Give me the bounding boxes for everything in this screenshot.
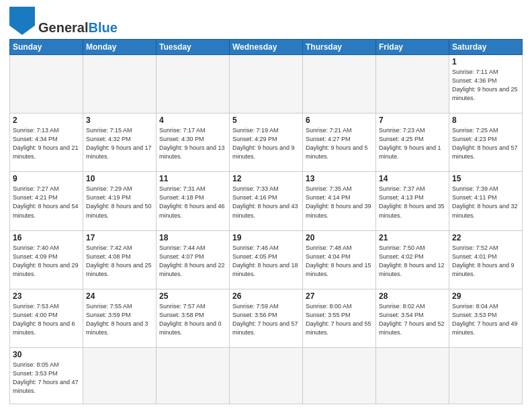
col-wednesday: Wednesday [230, 40, 303, 55]
day-number: 21 [379, 233, 446, 242]
col-friday: Friday [376, 40, 449, 55]
day-info: Sunrise: 7:15 AMSunset: 4:32 PMDaylight:… [86, 126, 153, 161]
day-number: 27 [306, 291, 373, 301]
day-number: 3 [86, 116, 153, 125]
calendar-cell [230, 55, 303, 113]
day-number: 23 [13, 291, 80, 301]
day-number: 8 [452, 116, 519, 125]
calendar-cell [83, 55, 157, 113]
calendar-table: Sunday Monday Tuesday Wednesday Thursday… [9, 39, 523, 404]
day-number: 30 [13, 350, 80, 359]
day-number: 17 [86, 233, 153, 242]
day-info: Sunrise: 7:59 AMSunset: 3:56 PMDaylight:… [232, 302, 300, 337]
day-number: 20 [306, 233, 373, 242]
calendar-cell [83, 347, 157, 404]
calendar-cell: 17 Sunrise: 7:42 AMSunset: 4:08 PMDaylig… [83, 230, 157, 289]
calendar-cell: 25 Sunrise: 7:57 AMSunset: 3:58 PMDaylig… [157, 289, 230, 347]
calendar-cell [157, 55, 230, 113]
calendar-cell [376, 347, 449, 404]
page: GeneralBlue Sunday Monday Tuesday Wednes… [0, 0, 532, 411]
day-number: 22 [452, 233, 519, 242]
day-number: 14 [379, 174, 446, 183]
calendar-cell: 16 Sunrise: 7:40 AMSunset: 4:09 PMDaylig… [10, 230, 83, 289]
calendar-cell: 3 Sunrise: 7:15 AMSunset: 4:32 PMDayligh… [83, 113, 157, 172]
day-info: Sunrise: 7:52 AMSunset: 4:01 PMDaylight:… [452, 244, 519, 279]
calendar-cell: 11 Sunrise: 7:31 AMSunset: 4:18 PMDaylig… [157, 172, 230, 230]
calendar-week-row: 23 Sunrise: 7:53 AMSunset: 4:00 PMDaylig… [10, 289, 523, 347]
calendar-cell: 7 Sunrise: 7:23 AMSunset: 4:25 PMDayligh… [376, 113, 449, 172]
calendar-cell: 6 Sunrise: 7:21 AMSunset: 4:27 PMDayligh… [303, 113, 376, 172]
day-info: Sunrise: 7:23 AMSunset: 4:25 PMDaylight:… [379, 126, 446, 161]
day-number: 13 [306, 174, 373, 183]
day-info: Sunrise: 7:42 AMSunset: 4:08 PMDaylight:… [86, 244, 153, 279]
day-info: Sunrise: 8:00 AMSunset: 3:55 PMDaylight:… [306, 302, 373, 337]
day-info: Sunrise: 7:31 AMSunset: 4:18 PMDaylight:… [159, 185, 226, 220]
day-number: 11 [159, 174, 226, 183]
day-info: Sunrise: 7:29 AMSunset: 4:19 PMDaylight:… [86, 185, 153, 220]
calendar-week-row: 9 Sunrise: 7:27 AMSunset: 4:21 PMDayligh… [10, 172, 523, 230]
day-number: 19 [232, 233, 300, 242]
calendar-cell: 30 Sunrise: 8:05 AMSunset: 3:53 PMDaylig… [10, 347, 83, 404]
calendar-week-row: 30 Sunrise: 8:05 AMSunset: 3:53 PMDaylig… [10, 347, 523, 404]
col-sunday: Sunday [10, 40, 83, 55]
day-number: 24 [86, 291, 153, 301]
day-number: 12 [232, 174, 300, 183]
day-info: Sunrise: 7:57 AMSunset: 3:58 PMDaylight:… [159, 302, 226, 337]
calendar-cell: 19 Sunrise: 7:46 AMSunset: 4:05 PMDaylig… [230, 230, 303, 289]
day-info: Sunrise: 8:02 AMSunset: 3:54 PMDaylight:… [379, 302, 446, 337]
day-number: 26 [232, 291, 300, 301]
svg-rect-0 [9, 7, 35, 26]
calendar-cell [303, 55, 376, 113]
day-info: Sunrise: 7:53 AMSunset: 4:00 PMDaylight:… [13, 302, 80, 337]
day-info: Sunrise: 7:33 AMSunset: 4:16 PMDaylight:… [232, 185, 300, 220]
calendar-cell: 5 Sunrise: 7:19 AMSunset: 4:29 PMDayligh… [230, 113, 303, 172]
logo-blue-text: Blue [88, 20, 117, 35]
day-info: Sunrise: 7:17 AMSunset: 4:30 PMDaylight:… [159, 126, 226, 161]
calendar-week-row: 16 Sunrise: 7:40 AMSunset: 4:09 PMDaylig… [10, 230, 523, 289]
day-info: Sunrise: 7:37 AMSunset: 4:13 PMDaylight:… [379, 185, 446, 220]
day-number: 28 [379, 291, 446, 301]
calendar-cell: 2 Sunrise: 7:13 AMSunset: 4:34 PMDayligh… [10, 113, 83, 172]
day-number: 18 [159, 233, 226, 242]
col-thursday: Thursday [303, 40, 376, 55]
day-info: Sunrise: 7:27 AMSunset: 4:21 PMDaylight:… [13, 185, 80, 220]
calendar-cell: 4 Sunrise: 7:17 AMSunset: 4:30 PMDayligh… [157, 113, 230, 172]
day-number: 10 [86, 174, 153, 183]
calendar-cell: 29 Sunrise: 8:04 AMSunset: 3:53 PMDaylig… [449, 289, 523, 347]
calendar-cell: 9 Sunrise: 7:27 AMSunset: 4:21 PMDayligh… [10, 172, 83, 230]
calendar-cell: 24 Sunrise: 7:55 AMSunset: 3:59 PMDaylig… [83, 289, 157, 347]
calendar-cell [449, 347, 523, 404]
calendar-cell: 13 Sunrise: 7:35 AMSunset: 4:14 PMDaylig… [303, 172, 376, 230]
day-info: Sunrise: 7:44 AMSunset: 4:07 PMDaylight:… [159, 244, 226, 279]
calendar-cell: 18 Sunrise: 7:44 AMSunset: 4:07 PMDaylig… [157, 230, 230, 289]
calendar-cell: 23 Sunrise: 7:53 AMSunset: 4:00 PMDaylig… [10, 289, 83, 347]
day-number: 4 [159, 116, 226, 125]
calendar-cell: 15 Sunrise: 7:39 AMSunset: 4:11 PMDaylig… [449, 172, 523, 230]
logo: GeneralBlue [9, 7, 118, 35]
calendar-cell: 8 Sunrise: 7:25 AMSunset: 4:23 PMDayligh… [449, 113, 523, 172]
day-number: 25 [159, 291, 226, 301]
calendar-cell [303, 347, 376, 404]
day-info: Sunrise: 7:55 AMSunset: 3:59 PMDaylight:… [86, 302, 153, 337]
calendar-cell: 22 Sunrise: 7:52 AMSunset: 4:01 PMDaylig… [449, 230, 523, 289]
calendar-cell: 20 Sunrise: 7:48 AMSunset: 4:04 PMDaylig… [303, 230, 376, 289]
logo-icon [9, 7, 35, 35]
calendar-header-row: Sunday Monday Tuesday Wednesday Thursday… [10, 40, 523, 55]
day-info: Sunrise: 7:25 AMSunset: 4:23 PMDaylight:… [452, 126, 519, 161]
day-number: 9 [13, 174, 80, 183]
calendar-cell [376, 55, 449, 113]
day-info: Sunrise: 8:05 AMSunset: 3:53 PMDaylight:… [13, 361, 80, 396]
calendar-cell [157, 347, 230, 404]
day-number: 16 [13, 233, 80, 242]
day-info: Sunrise: 7:11 AMSunset: 4:36 PMDaylight:… [452, 68, 519, 103]
calendar-week-row: 1 Sunrise: 7:11 AMSunset: 4:36 PMDayligh… [10, 55, 523, 113]
day-info: Sunrise: 7:13 AMSunset: 4:34 PMDaylight:… [13, 126, 80, 161]
calendar-cell: 14 Sunrise: 7:37 AMSunset: 4:13 PMDaylig… [376, 172, 449, 230]
day-number: 5 [232, 116, 300, 125]
calendar-cell: 1 Sunrise: 7:11 AMSunset: 4:36 PMDayligh… [449, 55, 523, 113]
calendar-cell: 10 Sunrise: 7:29 AMSunset: 4:19 PMDaylig… [83, 172, 157, 230]
day-info: Sunrise: 7:39 AMSunset: 4:11 PMDaylight:… [452, 185, 519, 220]
col-tuesday: Tuesday [157, 40, 230, 55]
day-info: Sunrise: 7:50 AMSunset: 4:02 PMDaylight:… [379, 244, 446, 279]
day-number: 2 [13, 116, 80, 125]
